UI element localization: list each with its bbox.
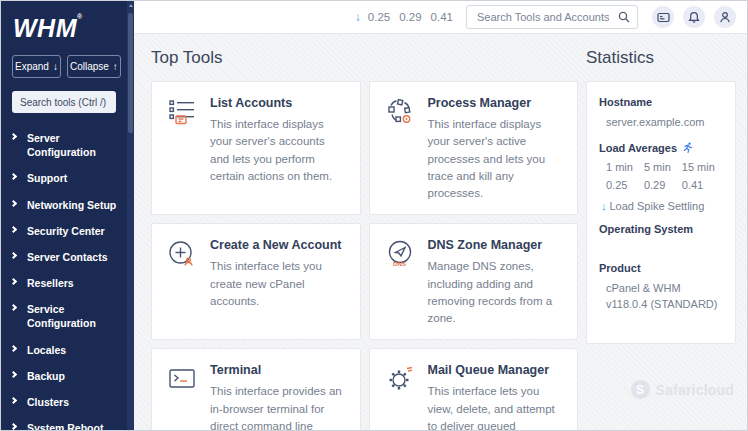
- svg-text:DNS: DNS: [393, 260, 406, 267]
- statistics-title: Statistics: [586, 48, 736, 68]
- operating-system-label: Operating System: [599, 223, 723, 235]
- statistics-card: Hostname server.example.com Load Average…: [586, 81, 736, 344]
- watermark-logo: S: [631, 380, 650, 399]
- load-col-header: 1 min: [606, 161, 633, 173]
- sidebar: WHM® Expand ↓ Collapse ↑ Server Configur…: [1, 1, 134, 430]
- mail-queue-icon: [385, 362, 415, 430]
- card-description: This interface lets you create new cPane…: [210, 258, 347, 310]
- chevron-right-icon: [10, 371, 17, 378]
- card-title[interactable]: Terminal: [210, 363, 347, 377]
- card-title[interactable]: Create a New Account: [210, 238, 347, 252]
- watermark: S Safaricloud: [631, 380, 734, 399]
- header-load-averages[interactable]: ↓ 0.25 0.29 0.41: [355, 10, 453, 24]
- id-card-icon: [657, 11, 670, 24]
- expand-all-button[interactable]: Expand ↓: [12, 55, 61, 78]
- load-15min: 0.41: [431, 11, 453, 23]
- top-tools-title: Top Tools: [151, 48, 578, 68]
- expand-button-label: Expand: [15, 61, 49, 72]
- notifications-button[interactable]: [683, 6, 705, 28]
- chevron-right-icon: [10, 252, 17, 259]
- collapse-button-label: Collapse: [70, 61, 109, 72]
- chevron-right-icon: [10, 133, 17, 140]
- watermark-text: Safaricloud: [656, 382, 734, 398]
- sidebar-item-support[interactable]: Support: [1, 165, 134, 191]
- load-spike-settling-link[interactable]: ↓ Load Spike Settling: [601, 200, 723, 212]
- load-col-value: 0.29: [644, 179, 671, 191]
- load-col-value: 0.41: [682, 179, 715, 191]
- sidebar-item-system-reboot[interactable]: System Reboot: [1, 415, 134, 430]
- card-list-accounts[interactable]: List Accounts This interface displays yo…: [151, 81, 361, 215]
- load-col-value: 0.25: [606, 179, 633, 191]
- sidebar-scrollbar[interactable]: [127, 1, 134, 430]
- card-description: Manage DNS zones, including adding and r…: [428, 258, 565, 327]
- user-button[interactable]: [714, 6, 736, 28]
- card-description: This interface displays your server's ac…: [428, 116, 565, 202]
- card-title[interactable]: List Accounts: [210, 96, 347, 110]
- load-averages-table: 1 min0.25 5 min0.29 15 min0.41: [606, 161, 723, 191]
- chevron-right-icon: [10, 304, 17, 311]
- chevron-right-icon: [10, 423, 17, 430]
- chevron-right-icon: [10, 278, 17, 285]
- user-icon: [719, 11, 731, 24]
- hostname-value: server.example.com: [606, 114, 723, 131]
- sidebar-item-server-contacts[interactable]: Server Contacts: [1, 244, 134, 270]
- list-accounts-icon: [167, 95, 197, 202]
- top-tools-section: Top Tools: [151, 46, 578, 430]
- scrollbar-thumb[interactable]: [128, 13, 133, 133]
- scrollbar-up-arrow-icon[interactable]: [129, 4, 133, 7]
- sidebar-item-server-configuration[interactable]: Server Configuration: [1, 125, 134, 165]
- card-create-new-account[interactable]: Create a New Account This interface lets…: [151, 223, 361, 340]
- search-icon: [618, 11, 630, 23]
- sidebar-toolbar: Expand ↓ Collapse ↑: [12, 55, 120, 78]
- chevron-right-icon: [10, 345, 17, 352]
- header-search-input[interactable]: [466, 5, 638, 29]
- bell-icon: [688, 11, 700, 24]
- load-1min: 0.25: [368, 11, 390, 23]
- header-search: [466, 5, 638, 29]
- card-title[interactable]: DNS Zone Manager: [428, 238, 565, 252]
- card-terminal[interactable]: Terminal This interface provides an in-b…: [151, 348, 361, 430]
- whm-window: WHM® Expand ↓ Collapse ↑ Server Configur…: [0, 0, 748, 431]
- load-col-header: 15 min: [682, 161, 715, 173]
- card-title[interactable]: Process Manager: [428, 96, 565, 110]
- product-value: cPanel & WHM v118.0.4 (STANDARD): [606, 280, 723, 313]
- sidebar-item-resellers[interactable]: Resellers: [1, 270, 134, 296]
- registered-mark: ®: [77, 13, 83, 20]
- card-dns-zone-manager[interactable]: DNS DNS Zone Manager Manage DNS zones, i…: [369, 223, 579, 340]
- chevron-right-icon: [10, 199, 17, 206]
- card-description: This interface provides an in-browser te…: [210, 383, 347, 430]
- chevron-right-icon: [10, 226, 17, 233]
- sidebar-item-backup[interactable]: Backup: [1, 363, 134, 389]
- load-5min: 0.29: [399, 11, 421, 23]
- process-manager-icon: [385, 95, 415, 202]
- card-description: This interface displays your server's ac…: [210, 116, 347, 185]
- terminal-icon: [167, 362, 197, 430]
- create-account-icon: [167, 237, 197, 327]
- sidebar-item-security-center[interactable]: Security Center: [1, 218, 134, 244]
- load-col-header: 5 min: [644, 161, 671, 173]
- chevron-right-icon: [10, 397, 17, 404]
- card-title[interactable]: Mail Queue Manager: [428, 363, 565, 377]
- chevron-right-icon: [10, 173, 17, 180]
- trend-down-icon: ↓: [355, 10, 361, 24]
- card-process-manager[interactable]: Process Manager This interface displays …: [369, 81, 579, 215]
- whm-logo[interactable]: WHM®: [13, 13, 134, 43]
- statistics-section: Statistics Hostname server.example.com L…: [586, 46, 736, 344]
- sidebar-item-locales[interactable]: Locales: [1, 337, 134, 363]
- card-mail-queue-manager[interactable]: Mail Queue Manager This interface lets y…: [369, 348, 579, 430]
- sidebar-item-service-configuration[interactable]: Service Configuration: [1, 296, 134, 336]
- sidebar-search-input[interactable]: [12, 91, 116, 113]
- load-averages-label: Load Averages: [599, 142, 723, 154]
- sidebar-item-clusters[interactable]: Clusters: [1, 389, 134, 415]
- main-content: Top Tools: [134, 34, 747, 430]
- sidebar-item-networking-setup[interactable]: Networking Setup: [1, 192, 134, 218]
- arrow-down-icon: ↓: [53, 61, 58, 72]
- runner-icon: [682, 142, 693, 153]
- top-header: ↓ 0.25 0.29 0.41: [134, 1, 747, 34]
- dns-zone-icon: DNS: [385, 237, 415, 327]
- id-card-button[interactable]: [652, 6, 674, 28]
- collapse-all-button[interactable]: Collapse ↑: [67, 55, 121, 78]
- arrow-down-icon: ↓: [601, 200, 607, 212]
- hostname-label: Hostname: [599, 96, 723, 108]
- product-label: Product: [599, 262, 723, 274]
